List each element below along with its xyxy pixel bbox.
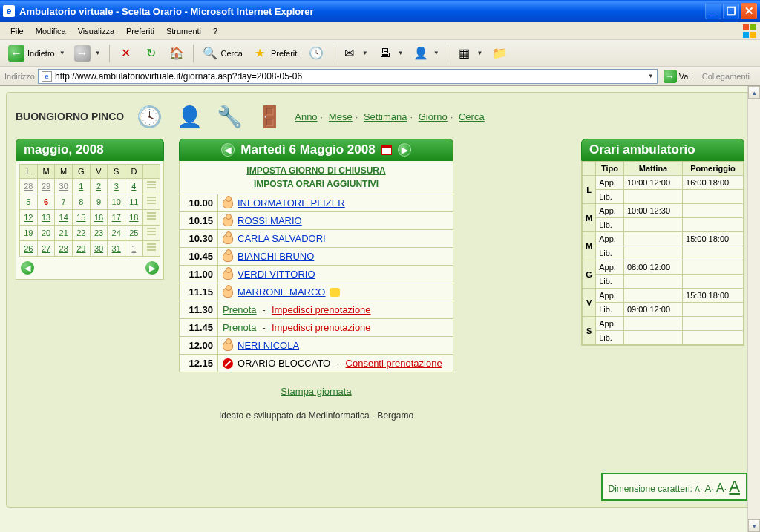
minical-day[interactable]: 30	[55, 179, 73, 194]
font-size-m[interactable]: A	[716, 482, 724, 494]
minical-day[interactable]: 27	[37, 241, 55, 257]
folder-button[interactable]: 📁	[488, 43, 511, 64]
nav-settimana[interactable]: Settimana	[364, 111, 407, 122]
minical-day[interactable]: 14	[55, 210, 73, 226]
block-link[interactable]: Impedisci prenotazione	[272, 304, 371, 315]
menu-visualizza[interactable]: Visualizza	[72, 24, 120, 38]
patient-link[interactable]: INFORMATORE PFIZER	[238, 197, 345, 208]
exit-icon[interactable]: 🚪	[255, 102, 284, 131]
next-day-button[interactable]: ▶	[398, 143, 411, 157]
minical-day[interactable]: 29	[73, 241, 91, 257]
prev-day-button[interactable]: ◀	[221, 143, 235, 157]
minical-day[interactable]: 16	[90, 210, 108, 226]
refresh-button[interactable]: ↻	[140, 43, 163, 64]
minical-week-icon[interactable]	[142, 179, 160, 194]
minical-day[interactable]: 21	[55, 226, 73, 241]
nav-mese[interactable]: Mese	[329, 111, 353, 122]
minical-week-icon[interactable]	[142, 241, 160, 257]
print-day-link[interactable]: Stampa giornata	[281, 386, 351, 397]
minical-day[interactable]: 29	[37, 179, 55, 194]
minical-day[interactable]: 13	[37, 210, 55, 226]
minical-day[interactable]: 28	[20, 179, 38, 194]
minical-day[interactable]: 11	[125, 194, 143, 210]
menu-modifica[interactable]: Modifica	[30, 24, 72, 38]
book-link[interactable]: Prenota	[223, 304, 257, 315]
patient-link[interactable]: CARLA SALVADORI	[238, 233, 326, 244]
note-icon[interactable]	[330, 288, 340, 297]
minical-day[interactable]: 8	[73, 194, 91, 210]
minical-day[interactable]: 28	[55, 241, 73, 257]
minical-day[interactable]: 3	[108, 179, 125, 194]
scroll-down-button[interactable]: ▾	[748, 519, 760, 532]
search-button[interactable]: 🔍Cerca	[198, 43, 246, 64]
maximize-button[interactable]: ❐	[723, 3, 739, 19]
patient-link[interactable]: ROSSI MARIO	[238, 215, 302, 226]
go-button[interactable]: → Vai	[661, 68, 693, 85]
minical-day[interactable]: 4	[125, 179, 143, 194]
minical-day[interactable]: 30	[90, 241, 108, 257]
scroll-up-button[interactable]: ▴	[748, 86, 760, 99]
back-button[interactable]: ← Indietro ▼	[4, 43, 69, 64]
address-input[interactable]: e http://www.ambulatoriovirtuale.it/gior…	[38, 69, 658, 84]
menu-file[interactable]: File	[4, 24, 30, 38]
menu-strumenti[interactable]: Strumenti	[160, 24, 207, 38]
minical-day[interactable]: 7	[55, 194, 73, 210]
minical-day[interactable]: 1	[73, 179, 91, 194]
forward-button[interactable]: → ▼	[71, 43, 105, 64]
minical-day[interactable]: 5	[20, 194, 38, 210]
font-size-xs[interactable]: A	[695, 485, 700, 493]
minical-day[interactable]: 9	[90, 194, 108, 210]
stop-button[interactable]: ✕	[114, 43, 138, 64]
minical-day[interactable]: 25	[125, 226, 143, 241]
patient-link[interactable]: MARRONE MARCO	[238, 286, 325, 298]
minical-day[interactable]: 26	[20, 241, 38, 257]
close-button[interactable]: ✕	[741, 3, 757, 19]
minical-day[interactable]: 2	[90, 179, 108, 194]
next-month-button[interactable]: ▶	[145, 261, 159, 275]
patient-link[interactable]: BIANCHI BRUNO	[238, 251, 314, 262]
messenger-button[interactable]: 👤▼	[409, 43, 443, 64]
minical-day[interactable]: 18	[125, 210, 143, 226]
nav-cerca[interactable]: Cerca	[459, 111, 485, 122]
vertical-scrollbar[interactable]: ▴ ▾	[747, 86, 760, 532]
calendar-icon[interactable]	[381, 145, 392, 155]
patient-link[interactable]: VERDI VITTORIO	[238, 269, 315, 280]
book-link[interactable]: Prenota	[223, 322, 257, 333]
minical-day[interactable]: 17	[108, 210, 125, 226]
font-size-s[interactable]: A	[705, 483, 712, 494]
minical-day[interactable]: 6	[37, 194, 55, 210]
nav-anno[interactable]: Anno	[295, 111, 317, 122]
minical-day[interactable]: 15	[73, 210, 91, 226]
favorites-button[interactable]: ★Preferiti	[248, 43, 303, 64]
nav-giorno[interactable]: Giorno	[419, 111, 448, 122]
minical-day[interactable]: 31	[108, 241, 125, 257]
prev-month-button[interactable]: ◀	[21, 261, 34, 275]
home-button[interactable]: 🏠	[165, 43, 189, 64]
minical-week-icon[interactable]	[142, 210, 160, 226]
chevron-down-icon[interactable]: ▼	[648, 73, 654, 79]
edit-button[interactable]: ▦▼	[453, 43, 487, 64]
minical-day[interactable]: 22	[73, 226, 91, 241]
minical-day[interactable]: 24	[108, 226, 125, 241]
history-button[interactable]: 🕓	[304, 43, 328, 64]
minical-day[interactable]: 10	[108, 194, 125, 210]
minimize-button[interactable]: _	[705, 3, 721, 19]
minical-day[interactable]: 12	[20, 210, 38, 226]
minical-week-icon[interactable]	[142, 194, 160, 210]
minical-week-icon[interactable]	[142, 226, 160, 241]
menu-preferiti[interactable]: Preferiti	[120, 24, 160, 38]
settings-icon[interactable]: 🔧	[214, 102, 244, 131]
user-icon[interactable]: 👤	[174, 102, 204, 131]
print-button[interactable]: 🖶▼	[373, 43, 407, 64]
font-size-l[interactable]: A	[729, 477, 740, 496]
block-link[interactable]: Impedisci prenotazione	[272, 322, 371, 333]
menu-help[interactable]: ?	[207, 24, 223, 38]
set-closure-link[interactable]: IMPOSTA GIORNO DI CHIUSURA	[183, 164, 450, 177]
clock-icon[interactable]: 🕓	[134, 102, 164, 131]
links-label[interactable]: Collegamenti	[696, 72, 756, 81]
minical-day[interactable]: 1	[125, 241, 143, 257]
mail-button[interactable]: ✉▼	[338, 43, 372, 64]
allow-link[interactable]: Consenti prenotazione	[346, 358, 442, 369]
patient-link[interactable]: NERI NICOLA	[238, 340, 299, 351]
set-extra-hours-link[interactable]: IMPOSTA ORARI AGGIUNTIVI	[183, 177, 450, 191]
